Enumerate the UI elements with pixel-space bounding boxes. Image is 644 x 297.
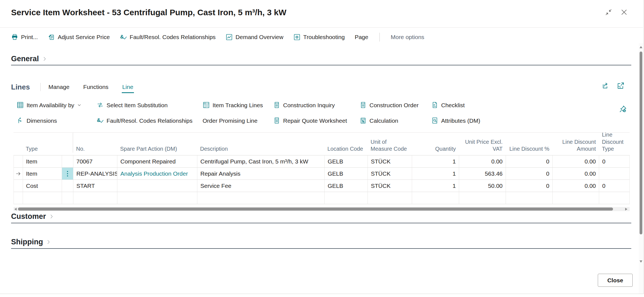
cell-location_code[interactable]: GELB (325, 180, 368, 192)
close-icon[interactable] (620, 8, 628, 16)
cell-type[interactable]: Item (23, 168, 62, 180)
order-promising-line-button[interactable]: Order Promising Line (203, 118, 273, 124)
cell-line_discount_amount[interactable]: 0.00 (553, 155, 599, 167)
cell-line_discount_pct[interactable]: 0 (506, 155, 553, 167)
cell-unit_price[interactable]: 50.00 (459, 180, 506, 192)
cell-menu[interactable] (62, 180, 73, 192)
cell-line_discount_amount[interactable]: 0.00 (553, 168, 599, 180)
table-row[interactable]: Item70067Component RepairedCentrifugal P… (14, 155, 630, 168)
cell-line_discount_type[interactable] (599, 168, 630, 180)
cell-unit_price[interactable]: 0.00 (459, 155, 506, 167)
calculation-button[interactable]: Calculation (359, 117, 431, 124)
cell-unit_price[interactable] (459, 192, 506, 204)
cell-uom_code[interactable]: STÜCK (368, 155, 412, 167)
cell-line_discount_amount[interactable] (553, 192, 599, 204)
cell-description[interactable]: Service Fee (197, 180, 325, 192)
column-header-description[interactable]: Description (197, 145, 324, 153)
cell-type[interactable] (23, 192, 62, 204)
checklist-button[interactable]: Checklist (431, 101, 607, 109)
vertical-scrollbar-thumb[interactable] (640, 52, 642, 234)
cell-quantity[interactable]: 1 (412, 168, 459, 180)
column-header-unit-of-measure-code[interactable]: Unit of Measure Code (368, 139, 412, 153)
repair-quote-worksheet-button[interactable]: Repair Quote Worksheet (273, 117, 359, 124)
print-button[interactable]: Print... (11, 34, 38, 41)
cell-type[interactable]: Item (23, 155, 62, 167)
cell-line_discount_pct[interactable] (506, 192, 553, 204)
tab-functions[interactable]: Functions (83, 81, 109, 93)
cell-location_code[interactable]: GELB (325, 155, 368, 167)
cell-line_discount_amount[interactable]: 0.00 (553, 180, 599, 192)
cell-location_code[interactable] (325, 192, 368, 204)
select-item-substitution-button[interactable]: Select Item Substitution (97, 101, 203, 109)
item-availability-by-button[interactable]: Item Availability by (17, 101, 97, 109)
cell-line_discount_type[interactable] (599, 192, 630, 204)
analysis-production-order-link[interactable]: Analysis Production Order (120, 170, 188, 177)
column-header-location-code[interactable]: Location Code (324, 145, 368, 153)
table-row[interactable]: ItemREP-ANALYSISAnalysis Production Orde… (14, 168, 630, 180)
vertical-scrollbar[interactable] (639, 43, 643, 294)
section-customer[interactable]: Customer (11, 210, 631, 223)
cell-no[interactable] (73, 192, 117, 204)
dimensions-button[interactable]: Dimensions (17, 117, 97, 124)
fault-resol-codes-relationships-button[interactable]: &Fault/Resol. Codes Relationships (120, 34, 216, 41)
cell-uom_code[interactable]: STÜCK (368, 168, 412, 180)
open-in-new-window-icon[interactable] (617, 81, 625, 90)
attributes-dm-button[interactable]: Attributes (DM) (431, 117, 607, 124)
repair-quote-worksheet-icon (273, 117, 280, 124)
column-header-unit-price-excl-vat[interactable]: Unit Price Excl. VAT (459, 139, 506, 153)
column-header-line-discount[interactable]: Line Discount % (506, 145, 552, 153)
cell-description[interactable] (197, 192, 325, 204)
cell-line_discount_type[interactable]: 0 (599, 180, 630, 192)
cell-spare_part_action[interactable]: Component Repaired (117, 155, 197, 167)
column-header-type[interactable]: Type (23, 145, 62, 153)
cell-unit_price[interactable]: 563.46 (459, 168, 506, 180)
column-header-line-discount-amount[interactable]: Line Discount Amount (552, 139, 599, 153)
adjust-service-price-button[interactable]: Adjust Service Price (48, 34, 110, 41)
column-header-line-discount-type[interactable]: Line Discount Type (599, 131, 629, 153)
column-header-spare-part-action-dm[interactable]: Spare Part Action (DM) (117, 145, 197, 153)
tab-manage[interactable]: Manage (48, 81, 70, 93)
table-row[interactable]: CostSTARTService FeeGELBSTÜCK150.0000.00… (14, 180, 630, 192)
cell-no[interactable]: 70067 (73, 155, 117, 167)
construction-order-button[interactable]: Construction Order (359, 101, 431, 109)
cell-location_code[interactable]: GELB (325, 168, 368, 180)
unpin-icon[interactable] (619, 105, 627, 113)
cell-line_discount_pct[interactable]: 0 (506, 168, 553, 180)
row-more-options-button[interactable] (62, 168, 73, 180)
table-row[interactable] (14, 192, 630, 204)
page-button[interactable]: Page (355, 34, 368, 40)
cell-spare_part_action[interactable] (117, 192, 197, 204)
fault-resol-codes-relationships-button[interactable]: &Fault/Resol. Codes Relationships (97, 117, 203, 124)
cell-quantity[interactable]: 1 (412, 155, 459, 167)
cell-line_discount_pct[interactable]: 0 (506, 180, 553, 192)
column-header-quantity[interactable]: Quantity (412, 145, 459, 153)
scroll-down-arrow[interactable] (640, 260, 642, 263)
cell-line_discount_type[interactable]: 0 (599, 155, 630, 167)
share-icon[interactable] (601, 81, 609, 90)
item-tracking-lines-button[interactable]: Item Tracking Lines (203, 101, 273, 109)
cell-no[interactable]: START (73, 180, 117, 192)
troubleshooting-button[interactable]: Troubleshooting (293, 34, 345, 41)
cell-no[interactable]: REP-ANALYSIS (73, 168, 117, 180)
demand-overview-button[interactable]: Demand Overview (226, 34, 283, 41)
section-shipping[interactable]: Shipping (11, 235, 631, 249)
cell-quantity[interactable] (412, 192, 459, 204)
cell-type[interactable]: Cost (23, 180, 62, 192)
column-header-no[interactable]: No. (73, 145, 117, 153)
restore-window-icon[interactable] (605, 8, 612, 16)
cell-uom_code[interactable]: STÜCK (368, 180, 412, 192)
cell-spare_part_action[interactable]: Analysis Production Order (117, 168, 197, 180)
cell-description[interactable]: Centrifugal Pump, Cast Iron, 5 m³/h, 3 k… (197, 155, 325, 167)
scroll-up-arrow[interactable] (640, 46, 642, 48)
cell-uom_code[interactable] (368, 192, 412, 204)
close-button[interactable]: Close (598, 274, 633, 287)
section-general[interactable]: General (11, 53, 631, 65)
cell-menu[interactable] (62, 155, 73, 167)
cell-quantity[interactable]: 1 (412, 180, 459, 192)
more-options-button[interactable]: More options (391, 34, 424, 40)
cell-description[interactable]: Repair Analysis (197, 168, 325, 180)
construction-inquiry-button[interactable]: Construction Inquiry (273, 101, 359, 109)
tab-line[interactable]: Line (122, 81, 134, 93)
cell-menu[interactable] (62, 192, 73, 204)
cell-spare_part_action[interactable] (117, 180, 197, 192)
